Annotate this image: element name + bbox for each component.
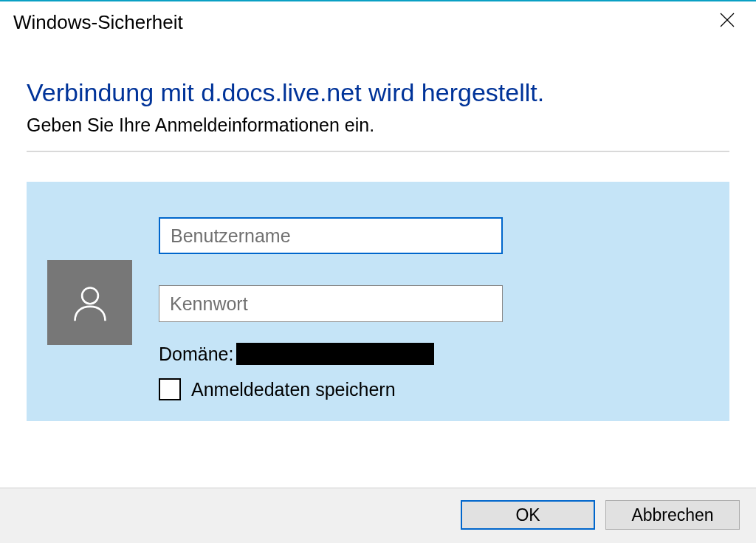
user-icon — [69, 281, 111, 324]
ok-button[interactable]: OK — [461, 500, 595, 530]
close-button[interactable] — [713, 9, 741, 35]
remember-label: Anmeldedaten speichern — [191, 379, 396, 400]
avatar — [47, 260, 132, 345]
main-heading: Verbindung mit d.docs.live.net wird herg… — [27, 78, 729, 107]
credentials-panel: Domäne: Anmeldedaten speichern — [27, 182, 729, 421]
domain-label: Domäne: — [159, 344, 233, 365]
dialog-content: Verbindung mit d.docs.live.net wird herg… — [0, 41, 756, 421]
svg-point-2 — [82, 287, 98, 304]
sub-heading: Geben Sie Ihre Anmeldeinformationen ein. — [27, 115, 729, 136]
button-bar: OK Abbrechen — [0, 488, 756, 543]
divider — [27, 151, 729, 152]
domain-value-redacted — [236, 343, 434, 365]
cancel-button[interactable]: Abbrechen — [605, 500, 740, 530]
username-input[interactable] — [159, 217, 503, 254]
domain-row: Domäne: — [159, 343, 709, 365]
window-title: Windows-Sicherheit — [13, 11, 183, 34]
remember-checkbox[interactable] — [159, 378, 181, 400]
credential-fields: Domäne: Anmeldedaten speichern — [159, 217, 709, 400]
remember-row: Anmeldedaten speichern — [159, 378, 709, 400]
close-icon — [719, 12, 735, 28]
password-input[interactable] — [159, 285, 503, 322]
titlebar: Windows-Sicherheit — [0, 1, 756, 41]
